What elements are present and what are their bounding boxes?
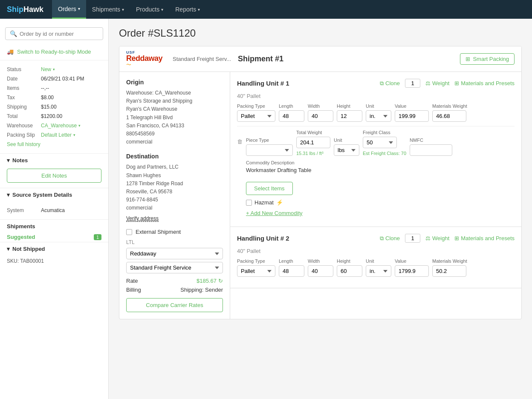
logo: ShipHawk (7, 5, 43, 14)
hu1-weight-button[interactable]: ⚖ Weight (425, 80, 449, 86)
hu1-actions: ⧉ Clone ⚖ Weight ⊞ Materi (380, 79, 515, 88)
hazmat-icon: ⚡ (276, 199, 283, 206)
hu1-materials-button[interactable]: ⊞ Materials and Presets (454, 80, 515, 86)
trash-icon[interactable]: 🗑 (237, 138, 243, 145)
nav-orders[interactable]: Orders ▾ (52, 0, 86, 19)
hu2-materials-button[interactable]: ⊞ Materials and Presets (454, 235, 515, 241)
width-group: Width (308, 103, 333, 122)
packing-type-group: Packing Type Pallet (237, 103, 275, 122)
hu2-value-input[interactable] (395, 265, 429, 277)
hu1-unit-select[interactable]: in. (366, 110, 391, 122)
carrier-logo: USF Reddaway 〜 (126, 51, 162, 67)
smart-packing-button[interactable]: ⊞ Smart Packing (460, 53, 515, 65)
external-shipment-row: External Shipment (126, 229, 223, 235)
dest-name: Shawn Hughes (126, 172, 223, 180)
hu2-packing-type-select[interactable]: Pallet (237, 265, 275, 277)
hu1-actions-row: Select Items (246, 178, 515, 195)
ready-ship-link[interactable]: 🚚 Switch to Ready-to-ship Mode (7, 49, 101, 55)
hu2-height-input[interactable] (337, 265, 362, 277)
hu2-packing-type-group: Packing Type Pallet (237, 258, 275, 277)
clone-icon: ⧉ (380, 80, 384, 87)
shipment-number: Shipment #1 (238, 55, 283, 63)
warehouse-value[interactable]: CA_Warehouse ▾ (41, 123, 81, 129)
hu1-unit2-select[interactable]: lbs (334, 144, 359, 156)
hu2-height-group: Height (337, 258, 362, 277)
hu1-title: Handling Unit # 1 (237, 80, 289, 87)
shipment-card: USF Reddaway 〜 Standard Freight Serv... … (119, 46, 522, 319)
nav-products[interactable]: Products ▾ (130, 0, 169, 19)
nav-reports[interactable]: Reports ▾ (169, 0, 206, 19)
hu1-value-input[interactable] (395, 110, 429, 122)
hu2-unit-select[interactable]: in. (366, 265, 391, 277)
hu2-title: Handling Unit # 2 (237, 235, 289, 242)
origin-warehouse: Warehouse: CA_Warehouse (126, 89, 223, 97)
compare-rates-button[interactable]: Compare Carrier Rates (126, 298, 223, 312)
dest-type: commercial (126, 204, 223, 212)
ready-ship-section: 🚚 Switch to Ready-to-ship Mode (0, 45, 108, 60)
hu2-dimensions-row: Packing Type Pallet Length Width (237, 258, 515, 277)
hu1-pallet-label: 40" Pallet (237, 93, 515, 99)
not-shipped-header[interactable]: ▾ Not Shipped (0, 242, 108, 255)
search-icon: 🔍 (10, 30, 17, 37)
hu1-dimensions-row: Packing Type Pallet Length Width (237, 103, 515, 122)
add-commodity-link[interactable]: + Add New Commodity (246, 210, 303, 216)
service-name: Standard Freight Serv... (173, 56, 231, 62)
hu2-count-input[interactable] (405, 234, 420, 243)
search-wrap: 🔍 (0, 24, 108, 45)
hu1-clone-button[interactable]: ⧉ Clone (380, 80, 400, 87)
sidebar: 🔍 🚚 Switch to Ready-to-ship Mode Status … (0, 19, 109, 399)
service-select[interactable]: Standard Freight Service (126, 262, 223, 273)
origin-company: Ryan's Storage and Shipping (126, 97, 223, 105)
external-shipment-checkbox[interactable] (126, 229, 132, 235)
select-items-button[interactable]: Select Items (246, 182, 293, 195)
ltl-label: LTL (126, 239, 223, 245)
hu2-header: Handling Unit # 2 ⧉ Clone ⚖ Weight (237, 234, 515, 243)
hu2-weight-button[interactable]: ⚖ Weight (425, 235, 449, 241)
carrier-select[interactable]: Reddaway (126, 248, 223, 259)
hu1-count-input[interactable] (405, 79, 420, 88)
hazmat-checkbox[interactable] (246, 200, 252, 206)
billing-row: Billing Shipping: Sender (126, 287, 223, 293)
dest-city-state: Roseville, CA 95678 (126, 188, 223, 196)
hu2-clone-button[interactable]: ⧉ Clone (380, 235, 400, 242)
verify-address-link[interactable]: Verify address (126, 215, 159, 222)
search-input[interactable] (20, 31, 98, 37)
destination-section: Destination Dog and Partners, LLC Shawn … (126, 153, 223, 222)
commodity-desc-value: Workmaster Drafting Table (246, 167, 515, 173)
hu1-packing-type-select[interactable]: Pallet (237, 110, 275, 122)
origin-destination-col: Origin Warehouse: CA_Warehouse Ryan's St… (119, 72, 230, 319)
total-weight-group: Total Weight 15.31 lbs / ft³ (296, 130, 330, 156)
hu1-materials-weight-input[interactable] (432, 110, 466, 122)
system-row: System Acumatica (7, 206, 101, 215)
hu2-length-input[interactable] (279, 265, 304, 277)
edit-notes-button[interactable]: Edit Notes (7, 169, 101, 183)
hu1-length-input[interactable] (279, 110, 304, 122)
commodity-details: Piece Type Total Weight 15.31 lbs / (246, 130, 515, 216)
hu1-piece-type-select[interactable] (246, 144, 293, 156)
hazmat-row: Hazmat ⚡ (246, 199, 515, 206)
orders-chevron-icon: ▾ (78, 6, 80, 11)
hu2-value-group: Value (395, 258, 429, 277)
source-section-header[interactable]: ▾ Source System Details (0, 188, 108, 201)
page-title: Order #SLS1120 (119, 27, 522, 39)
hu2-width-group: Width (308, 258, 333, 277)
hu1-nmfc-input[interactable] (410, 144, 452, 156)
hu1-width-input[interactable] (308, 110, 333, 122)
hu1-height-input[interactable] (337, 110, 362, 122)
value-group: Value (395, 103, 429, 122)
origin-title: Origin (126, 79, 223, 86)
hu2-width-input[interactable] (308, 265, 333, 277)
packing-value[interactable]: Default Letter ▾ (41, 132, 75, 138)
hu1-total-weight-input[interactable] (296, 137, 330, 148)
products-chevron-icon: ▾ (161, 7, 163, 12)
packing-chevron-icon: ▾ (73, 133, 75, 137)
notes-section-header[interactable]: ▾ Notes (0, 153, 108, 167)
hu2-materials-weight-input[interactable] (432, 265, 466, 277)
hu1-freight-class-select[interactable]: 50 (363, 137, 397, 148)
refresh-icon[interactable]: ↻ (218, 278, 223, 284)
status-value[interactable]: New ▾ (41, 66, 55, 72)
logo-arrow-icon: 〜 (126, 62, 162, 67)
search-box[interactable]: 🔍 (5, 27, 103, 40)
nav-shipments[interactable]: Shipments ▾ (86, 0, 130, 19)
full-history-link[interactable]: See full history (7, 140, 101, 149)
